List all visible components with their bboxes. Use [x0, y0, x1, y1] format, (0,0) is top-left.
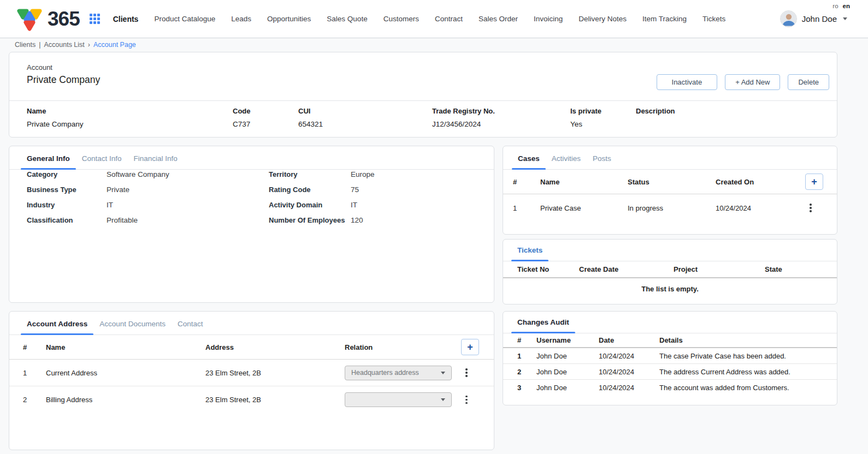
apps-grid-icon[interactable] — [90, 14, 100, 24]
chevron-down-icon — [441, 398, 445, 401]
breadcrumb: Clients | Accounts List › Account Page — [0, 38, 868, 52]
audit-table-row: 1 John Doe 10/24/2024 The case Private C… — [503, 348, 837, 364]
account-summary-fields: Name Private Company Code C737 CUI 65432… — [9, 101, 837, 129]
general-info-row: Industry IT Activity Domain IT — [9, 200, 494, 210]
nav-item-item-tracking[interactable]: Item Tracking — [642, 15, 687, 23]
field-description: Description — [636, 107, 819, 129]
breadcrumb-accounts-list[interactable]: Accounts List — [44, 41, 84, 49]
tickets-tabs: Tickets — [503, 240, 837, 261]
logo-triangles-icon — [15, 5, 44, 33]
user-name: John Doe — [802, 14, 837, 23]
logo-text: 365 — [48, 8, 80, 31]
lang-ro[interactable]: ro — [832, 3, 838, 9]
row-menu-icon[interactable] — [805, 202, 816, 214]
general-info-row: Business Type Private Rating Code 75 — [9, 185, 494, 195]
address-table-header: # Name Address Relation + — [9, 335, 494, 360]
address-table-row: 2 Billing Address 23 Elm Street, 2B — [9, 386, 494, 413]
changes-audit-card: Changes Audit # Username Date Details 1 … — [503, 311, 837, 405]
header-actions: Inactivate + Add New Delete — [657, 74, 829, 90]
nav-item-clients[interactable]: Clients — [113, 15, 139, 23]
row-menu-icon[interactable] — [461, 394, 472, 406]
add-case-button[interactable]: + — [805, 174, 823, 190]
tab-contact[interactable]: Contact — [172, 320, 209, 334]
tickets-empty-message: The list is empty. — [503, 278, 837, 293]
chevron-down-icon — [843, 17, 847, 20]
field-code: Code C737 — [233, 107, 298, 129]
audit-table-header: # Username Date Details — [503, 333, 837, 348]
tab-activities[interactable]: Activities — [546, 154, 587, 169]
breadcrumb-clients[interactable]: Clients — [15, 41, 36, 49]
nav-item-sales-order[interactable]: Sales Order — [479, 15, 518, 23]
nav-item-contract[interactable]: Contract — [435, 15, 463, 23]
general-info-row: Classification Profitable Number Of Empl… — [9, 216, 494, 225]
general-info-tabs: General Info Contact Info Financial Info — [9, 146, 494, 170]
top-navigation-bar: 365 Clients Product Catalogue Leads Oppo… — [0, 0, 868, 38]
account-address-card: Account Address Account Documents Contac… — [9, 311, 494, 450]
tickets-table-header: Ticket No Create Date Project State — [503, 261, 837, 278]
inactivate-button[interactable]: Inactivate — [657, 74, 718, 90]
language-toggle: ro en — [832, 3, 850, 9]
row-menu-icon[interactable] — [461, 367, 472, 379]
field-trade-registry: Trade Registry No. J12/3456/2024 — [432, 107, 570, 129]
nav-item-delivery-notes[interactable]: Delivery Notes — [578, 15, 627, 23]
entity-label: Account — [9, 52, 837, 72]
nav-item-opportunities[interactable]: Opportunities — [267, 15, 311, 23]
tab-posts[interactable]: Posts — [587, 154, 617, 169]
nav-item-invoicing[interactable]: Invoicing — [534, 15, 563, 23]
field-cui: CUI 654321 — [298, 107, 432, 129]
cases-card: Cases Activities Posts # Name Status Cre… — [503, 146, 837, 235]
relation-select[interactable]: Headquarters address — [345, 366, 452, 380]
changes-audit-tabs: Changes Audit — [503, 312, 837, 333]
nav-item-leads[interactable]: Leads — [231, 15, 251, 23]
breadcrumb-chevron: › — [88, 41, 90, 49]
main-nav: Clients Product Catalogue Leads Opportun… — [113, 15, 726, 23]
tab-financial-info[interactable]: Financial Info — [128, 154, 184, 169]
breadcrumb-pipe: | — [39, 41, 40, 49]
audit-table-row: 2 John Doe 10/24/2024 The address Curren… — [503, 364, 837, 380]
audit-table-row: 3 John Doe 10/24/2024 The account was ad… — [503, 380, 837, 396]
nav-item-tickets[interactable]: Tickets — [702, 15, 725, 23]
user-menu[interactable]: John Doe — [780, 10, 847, 27]
chevron-down-icon — [441, 372, 445, 374]
app-logo[interactable]: 365 — [15, 5, 80, 33]
cases-table-header: # Name Status Created On + — [503, 170, 837, 194]
tab-tickets[interactable]: Tickets — [511, 246, 548, 261]
tab-cases[interactable]: Cases — [512, 154, 546, 169]
tab-account-documents[interactable]: Account Documents — [93, 320, 172, 334]
cases-tabs: Cases Activities Posts — [503, 146, 837, 170]
breadcrumb-account-page[interactable]: Account Page — [93, 41, 136, 49]
address-table-row: 1 Current Address 23 Elm Street, 2B Head… — [9, 360, 494, 386]
add-address-button[interactable]: + — [461, 339, 479, 355]
general-info-row: Category Software Company Territory Euro… — [9, 170, 494, 180]
general-info-card: General Info Contact Info Financial Info… — [9, 146, 494, 303]
relation-select[interactable] — [345, 392, 452, 407]
tab-general-info[interactable]: General Info — [21, 154, 76, 169]
account-header-card: Account Private Company Inactivate + Add… — [9, 52, 837, 138]
tab-changes-audit[interactable]: Changes Audit — [511, 318, 575, 333]
nav-item-customers[interactable]: Customers — [383, 15, 419, 23]
avatar — [780, 10, 797, 27]
lang-en[interactable]: en — [843, 3, 850, 9]
account-address-tabs: Account Address Account Documents Contac… — [9, 312, 494, 335]
tickets-card: Tickets Ticket No Create Date Project St… — [503, 239, 837, 304]
nav-item-sales-quote[interactable]: Sales Quote — [327, 15, 367, 23]
nav-item-product-catalogue[interactable]: Product Catalogue — [154, 15, 215, 23]
field-name: Name Private Company — [27, 107, 233, 129]
tab-contact-info[interactable]: Contact Info — [76, 154, 128, 169]
delete-button[interactable]: Delete — [788, 74, 829, 90]
cases-table-row: 1 Private Case In progress 10/24/2024 — [503, 194, 837, 222]
add-new-button[interactable]: + Add New — [725, 74, 780, 90]
field-is-private: Is private Yes — [570, 107, 636, 129]
tab-account-address[interactable]: Account Address — [21, 320, 93, 334]
